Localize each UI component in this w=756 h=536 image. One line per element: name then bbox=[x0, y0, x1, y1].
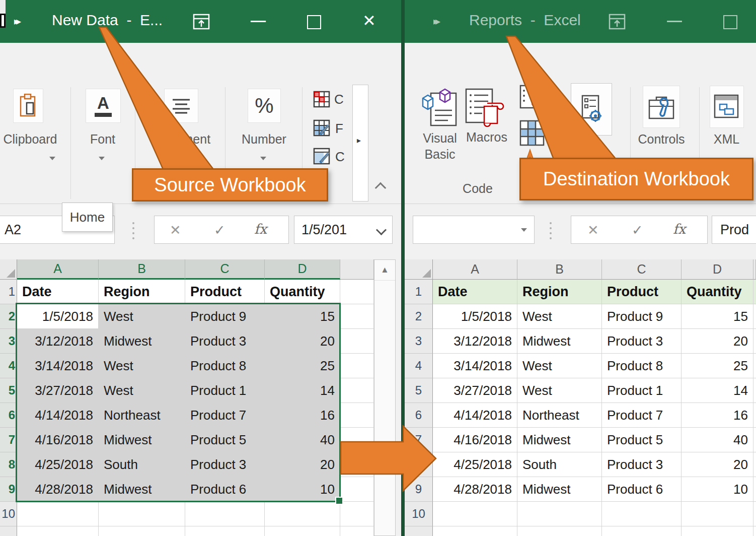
dst-row-header-5[interactable]: 5 bbox=[405, 378, 433, 403]
src-cell-B8[interactable]: South bbox=[99, 452, 185, 477]
formula-enter-icon[interactable]: ✓ bbox=[632, 222, 643, 238]
dst-cell-C1[interactable]: Product bbox=[602, 280, 682, 304]
src-col-header-D[interactable]: D bbox=[265, 259, 340, 280]
src-cell-B2[interactable]: West bbox=[99, 304, 185, 329]
font-dialog-launcher-icon[interactable] bbox=[99, 157, 105, 160]
cell-styles-button[interactable]: C bbox=[313, 148, 345, 166]
dst-row-header-2[interactable]: 2 bbox=[405, 304, 433, 329]
collapse-ribbon-icon[interactable] bbox=[375, 182, 387, 194]
dst-cell-A8[interactable]: 4/25/2018 bbox=[433, 452, 517, 477]
src-cell-C9[interactable]: Product 6 bbox=[185, 477, 265, 502]
dst-row-header-7[interactable]: 7 bbox=[405, 428, 433, 452]
src-cell-extra-5[interactable] bbox=[340, 378, 374, 403]
src-cell-B10[interactable] bbox=[99, 502, 185, 526]
dst-cell-A3[interactable]: 3/12/2018 bbox=[433, 329, 517, 354]
close-button[interactable]: ✕ bbox=[362, 11, 376, 30]
dst-cell-D4[interactable]: 25 bbox=[682, 354, 753, 378]
src-cell-A8[interactable]: 4/25/2018 bbox=[17, 452, 99, 477]
dst-cell-C2[interactable]: Product 9 bbox=[602, 304, 682, 329]
src-col-header-B[interactable]: B bbox=[99, 259, 185, 280]
src-cell-A4[interactable]: 3/14/2018 bbox=[17, 354, 99, 378]
src-cell-extra-3[interactable] bbox=[340, 329, 374, 354]
src-cell-extra-1[interactable] bbox=[340, 280, 374, 304]
dst-cell-B3[interactable]: Midwest bbox=[517, 329, 602, 354]
ribbon-expand-chevrons-icon[interactable]: ▸▸ bbox=[14, 15, 18, 27]
formula-cancel-icon[interactable]: ✕ bbox=[170, 222, 181, 238]
clipboard-dialog-launcher-icon[interactable] bbox=[49, 157, 55, 160]
dst-cell-extra-6[interactable] bbox=[753, 403, 756, 428]
record-macro-icon[interactable] bbox=[519, 85, 544, 110]
src-row-header-3[interactable]: 3 bbox=[0, 329, 17, 354]
dst-cell-D2[interactable]: 15 bbox=[682, 304, 753, 329]
src-cell-C1[interactable]: Product bbox=[185, 280, 265, 304]
src-cell-B4[interactable]: West bbox=[99, 354, 185, 378]
dst-cell-D11[interactable] bbox=[682, 526, 753, 536]
dst-cell-C3[interactable]: Product 3 bbox=[602, 329, 682, 354]
number-dialog-launcher-icon[interactable] bbox=[260, 157, 266, 160]
dst-row-header-1[interactable]: 1 bbox=[405, 280, 433, 304]
maximize-button[interactable] bbox=[307, 15, 321, 29]
insert-controls-button[interactable] bbox=[643, 86, 680, 128]
src-cell-D3[interactable]: 20 bbox=[265, 329, 340, 354]
src-row-header-9[interactable]: 9 bbox=[0, 477, 17, 502]
src-cell-C10[interactable] bbox=[185, 502, 265, 526]
dst-cell-B8[interactable]: South bbox=[517, 452, 602, 477]
conditional-formatting-button[interactable]: C bbox=[313, 91, 344, 108]
src-row-header-r11[interactable] bbox=[0, 526, 17, 536]
src-row-header-8[interactable]: 8 bbox=[0, 452, 17, 477]
formula-bar-value[interactable]: Prod bbox=[712, 216, 756, 244]
src-cell-extra-8[interactable] bbox=[340, 452, 374, 477]
dst-cell-extra-3[interactable] bbox=[753, 329, 756, 354]
src-cell-D9[interactable]: 10 bbox=[265, 477, 340, 502]
formula-enter-icon[interactable]: ✓ bbox=[214, 222, 225, 238]
src-cell-C4[interactable]: Product 8 bbox=[185, 354, 265, 378]
src-cell-extra-6[interactable] bbox=[340, 403, 374, 428]
dst-cell-B2[interactable]: West bbox=[517, 304, 602, 329]
src-cell-extra-9[interactable] bbox=[340, 477, 374, 502]
src-cell-D7[interactable]: 40 bbox=[265, 428, 340, 452]
vertical-scrollbar[interactable]: ▲ bbox=[374, 259, 396, 536]
dst-cell-A1[interactable]: Date bbox=[433, 280, 517, 304]
src-cell-B5[interactable]: West bbox=[99, 378, 185, 403]
src-cell-extra-4[interactable] bbox=[340, 354, 374, 378]
src-cell-A7[interactable]: 4/16/2018 bbox=[17, 428, 99, 452]
src-cell-D1[interactable]: Quantity bbox=[265, 280, 340, 304]
formula-bar-drag-dots[interactable] bbox=[550, 222, 552, 239]
dst-cell-D9[interactable]: 10 bbox=[682, 477, 753, 502]
dst-cell-D8[interactable]: 20 bbox=[682, 452, 753, 477]
dst-col-header-extra[interactable] bbox=[753, 259, 756, 280]
dst-cell-A2[interactable]: 1/5/2018 bbox=[433, 304, 517, 329]
src-cell-D2[interactable]: 15 bbox=[265, 304, 340, 329]
src-cell-A6[interactable]: 4/14/2018 bbox=[17, 403, 99, 428]
dst-row-header-r11[interactable] bbox=[405, 526, 433, 536]
dst-row-header-4[interactable]: 4 bbox=[405, 354, 433, 378]
name-box-dropdown-icon[interactable] bbox=[521, 228, 527, 232]
dst-cell-B11[interactable] bbox=[517, 526, 602, 536]
src-cell-C11[interactable] bbox=[185, 526, 265, 536]
dst-cell-extra-11[interactable] bbox=[753, 526, 756, 536]
src-cell-extra-7[interactable] bbox=[340, 428, 374, 452]
dst-cell-A9[interactable]: 4/28/2018 bbox=[433, 477, 517, 502]
minimize-button[interactable]: — bbox=[667, 12, 682, 29]
src-cell-C5[interactable]: Product 1 bbox=[185, 378, 265, 403]
dst-cell-A6[interactable]: 4/14/2018 bbox=[433, 403, 517, 428]
visual-basic-button[interactable] bbox=[420, 87, 459, 128]
src-cell-B9[interactable]: Midwest bbox=[99, 477, 185, 502]
dst-cell-D7[interactable]: 40 bbox=[682, 428, 753, 452]
dst-cell-C5[interactable]: Product 1 bbox=[602, 378, 682, 403]
dst-cell-A11[interactable] bbox=[433, 526, 517, 536]
dst-cell-D5[interactable]: 14 bbox=[682, 378, 753, 403]
alignment-dialog-launcher-icon[interactable] bbox=[178, 157, 184, 160]
number-format-button[interactable]: % bbox=[248, 89, 281, 123]
dst-cell-extra-7[interactable] bbox=[753, 428, 756, 452]
src-cell-C6[interactable]: Product 7 bbox=[185, 403, 265, 428]
dst-col-header-A[interactable]: A bbox=[433, 259, 517, 280]
maximize-button[interactable] bbox=[723, 15, 737, 29]
ribbon-expand-chevrons-icon[interactable]: ▸▸ bbox=[433, 15, 437, 27]
src-cell-D10[interactable] bbox=[265, 502, 340, 526]
src-cell-D6[interactable]: 16 bbox=[265, 403, 340, 428]
src-cell-A1[interactable]: Date bbox=[17, 280, 99, 304]
src-row-header-6[interactable]: 6 bbox=[0, 403, 17, 428]
dst-row-header-8[interactable]: 8 bbox=[405, 452, 433, 477]
dst-cell-C9[interactable]: Product 6 bbox=[602, 477, 682, 502]
